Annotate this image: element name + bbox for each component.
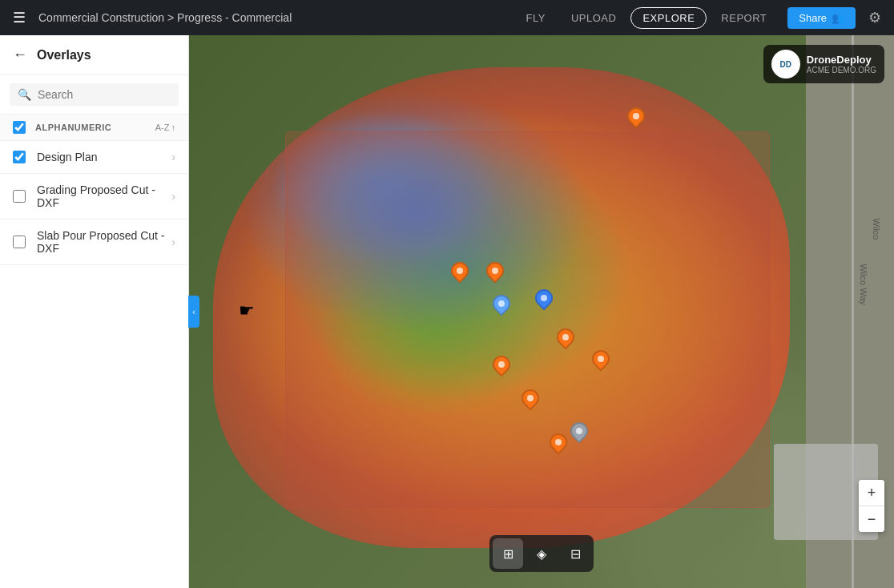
settings-icon[interactable]: ⚙	[865, 6, 884, 30]
chevron-right-icon-3: ›	[171, 236, 175, 248]
sort-icon: ↑	[171, 123, 176, 132]
map-pin-3[interactable]	[485, 262, 505, 286]
dd-logo-circle: DD	[771, 50, 800, 79]
map-pin-8[interactable]	[591, 350, 610, 374]
sidebar: ← Overlays 🔍 ALPHANUMERIC A-Z ↑ Design P…	[0, 35, 189, 588]
overlay-label-slab: Slab Pour Proposed Cut - DXF	[37, 229, 171, 255]
chevron-right-icon-2: ›	[171, 190, 175, 203]
overlay-item-design-plan[interactable]: Design Plan ›	[0, 141, 188, 174]
collapse-icon: ‹	[192, 308, 195, 316]
sidebar-title: Overlays	[37, 48, 91, 62]
overlay-label-grading: Grading Proposed Cut - DXF	[37, 183, 171, 209]
checkbox-slab[interactable]	[13, 236, 26, 248]
map-pin-6[interactable]	[556, 328, 575, 352]
dd-logo-text: DroneDeploy ACME DEMO.ORG	[807, 54, 876, 75]
sidebar-header: ← Overlays	[0, 35, 188, 75]
back-icon[interactable]: ←	[13, 46, 27, 63]
menu-icon[interactable]: ☰	[10, 6, 29, 30]
select-all-checkbox[interactable]	[13, 121, 26, 134]
nav-fly[interactable]: FLY	[515, 7, 557, 29]
share-label: Share	[799, 12, 827, 24]
map-pin-10[interactable]	[549, 433, 568, 457]
checkbox-grading[interactable]	[13, 190, 26, 203]
share-users-icon: 👥	[832, 12, 844, 24]
map-ctrl-grid-button[interactable]: ⊞	[493, 538, 523, 569]
dd-name: DroneDeploy	[807, 54, 876, 66]
zoom-out-button[interactable]: −	[859, 506, 884, 532]
map-pin-9[interactable]	[521, 389, 540, 413]
checkbox-design-plan[interactable]	[13, 151, 26, 163]
nav-report[interactable]: REPORT	[710, 7, 778, 29]
nav-explore[interactable]: EXPLORE	[630, 7, 707, 29]
chevron-right-icon: ›	[171, 151, 175, 163]
map-ctrl-view-button[interactable]: ⊟	[560, 538, 590, 569]
zoom-in-button[interactable]: +	[859, 480, 884, 505]
road-label-wilco-way: Wilco Way	[859, 264, 868, 305]
map-pin-4[interactable]	[492, 295, 511, 319]
breadcrumb: Commercial Construction > Progress - Com…	[38, 11, 505, 24]
drone-deploy-logo: DD DroneDeploy ACME DEMO.ORG	[763, 45, 884, 83]
topbar-nav: FLY UPLOAD EXPLORE REPORT	[515, 7, 779, 29]
map-pin-11[interactable]	[570, 422, 589, 446]
nav-upload[interactable]: UPLOAD	[560, 7, 627, 29]
search-icon: 🔍	[18, 88, 31, 101]
main-layout: ← Overlays 🔍 ALPHANUMERIC A-Z ↑ Design P…	[0, 35, 894, 588]
construction-site-overlay	[285, 131, 770, 508]
overlay-label-design-plan: Design Plan	[37, 151, 171, 163]
map-pin-1[interactable]	[626, 107, 646, 131]
map-pin-2[interactable]	[450, 262, 469, 286]
sidebar-collapse-button[interactable]: ‹	[188, 296, 199, 328]
map-pin-7[interactable]	[492, 356, 511, 380]
topbar: ☰ Commercial Construction > Progress - C…	[0, 0, 894, 35]
search-input[interactable]	[38, 88, 171, 101]
map-pin-5[interactable]	[534, 289, 554, 313]
dd-sub: ACME DEMO.ORG	[807, 66, 876, 75]
map-ctrl-layer-button[interactable]: ◈	[526, 538, 557, 569]
sort-label: A-Z	[155, 123, 170, 132]
road-label-wilco: Wilco	[872, 218, 882, 240]
overlay-item-slab[interactable]: Slab Pour Proposed Cut - DXF ›	[0, 219, 188, 265]
sidebar-search-container: 🔍	[0, 75, 188, 115]
map-area[interactable]: Wilco Way Wilco	[189, 35, 894, 588]
map-bottom-controls: ⊞ ◈ ⊟	[489, 535, 594, 572]
column-header-row: ALPHANUMERIC A-Z ↑	[0, 115, 188, 141]
zoom-controls: + −	[859, 480, 884, 532]
overlay-item-grading[interactable]: Grading Proposed Cut - DXF ›	[0, 174, 188, 219]
share-button[interactable]: Share 👥	[787, 7, 856, 29]
search-wrapper: 🔍	[10, 83, 179, 106]
sort-control[interactable]: A-Z ↑	[155, 123, 175, 132]
column-label: ALPHANUMERIC	[35, 123, 155, 132]
